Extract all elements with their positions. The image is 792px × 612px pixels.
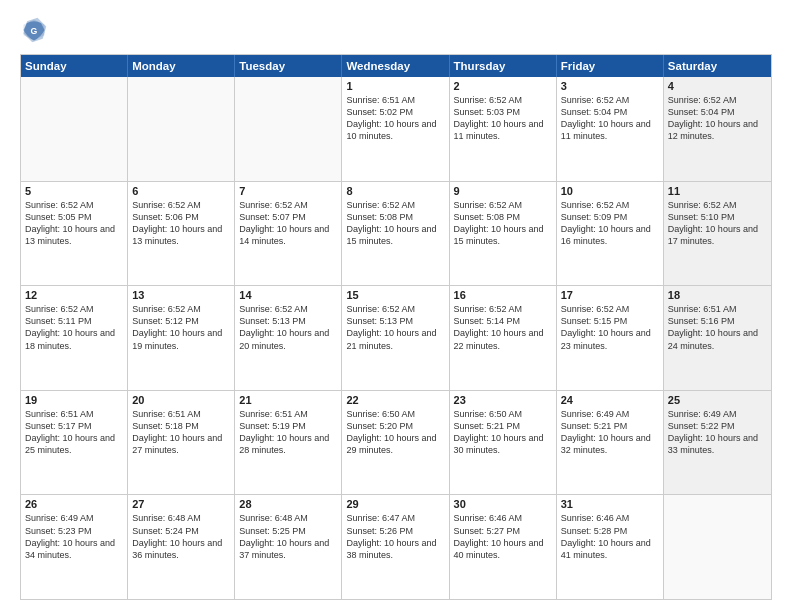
calendar-cell: 12Sunrise: 6:52 AMSunset: 5:11 PMDayligh… <box>21 286 128 390</box>
calendar-cell: 16Sunrise: 6:52 AMSunset: 5:14 PMDayligh… <box>450 286 557 390</box>
calendar-cell: 18Sunrise: 6:51 AMSunset: 5:16 PMDayligh… <box>664 286 771 390</box>
day-number: 10 <box>561 185 659 197</box>
day-number: 19 <box>25 394 123 406</box>
cell-details: Sunrise: 6:52 AMSunset: 5:13 PMDaylight:… <box>239 303 337 352</box>
calendar-cell: 9Sunrise: 6:52 AMSunset: 5:08 PMDaylight… <box>450 182 557 286</box>
calendar-header-cell: Thursday <box>450 55 557 77</box>
calendar-cell <box>235 77 342 181</box>
svg-text:G: G <box>31 26 38 36</box>
cell-details: Sunrise: 6:49 AMSunset: 5:21 PMDaylight:… <box>561 408 659 457</box>
day-number: 23 <box>454 394 552 406</box>
day-number: 31 <box>561 498 659 510</box>
day-number: 14 <box>239 289 337 301</box>
calendar-cell: 24Sunrise: 6:49 AMSunset: 5:21 PMDayligh… <box>557 391 664 495</box>
cell-details: Sunrise: 6:49 AMSunset: 5:22 PMDaylight:… <box>668 408 767 457</box>
day-number: 11 <box>668 185 767 197</box>
day-number: 3 <box>561 80 659 92</box>
day-number: 6 <box>132 185 230 197</box>
cell-details: Sunrise: 6:52 AMSunset: 5:08 PMDaylight:… <box>346 199 444 248</box>
calendar-cell: 8Sunrise: 6:52 AMSunset: 5:08 PMDaylight… <box>342 182 449 286</box>
calendar-cell: 23Sunrise: 6:50 AMSunset: 5:21 PMDayligh… <box>450 391 557 495</box>
day-number: 27 <box>132 498 230 510</box>
calendar-cell: 30Sunrise: 6:46 AMSunset: 5:27 PMDayligh… <box>450 495 557 599</box>
cell-details: Sunrise: 6:51 AMSunset: 5:02 PMDaylight:… <box>346 94 444 143</box>
day-number: 4 <box>668 80 767 92</box>
calendar-cell: 15Sunrise: 6:52 AMSunset: 5:13 PMDayligh… <box>342 286 449 390</box>
day-number: 20 <box>132 394 230 406</box>
calendar-cell: 29Sunrise: 6:47 AMSunset: 5:26 PMDayligh… <box>342 495 449 599</box>
calendar-cell: 4Sunrise: 6:52 AMSunset: 5:04 PMDaylight… <box>664 77 771 181</box>
cell-details: Sunrise: 6:52 AMSunset: 5:04 PMDaylight:… <box>668 94 767 143</box>
day-number: 12 <box>25 289 123 301</box>
calendar-cell: 21Sunrise: 6:51 AMSunset: 5:19 PMDayligh… <box>235 391 342 495</box>
cell-details: Sunrise: 6:51 AMSunset: 5:19 PMDaylight:… <box>239 408 337 457</box>
calendar-cell: 1Sunrise: 6:51 AMSunset: 5:02 PMDaylight… <box>342 77 449 181</box>
day-number: 8 <box>346 185 444 197</box>
cell-details: Sunrise: 6:46 AMSunset: 5:28 PMDaylight:… <box>561 512 659 561</box>
calendar-cell <box>664 495 771 599</box>
calendar-cell <box>128 77 235 181</box>
day-number: 1 <box>346 80 444 92</box>
day-number: 25 <box>668 394 767 406</box>
calendar-header-cell: Wednesday <box>342 55 449 77</box>
cell-details: Sunrise: 6:51 AMSunset: 5:17 PMDaylight:… <box>25 408 123 457</box>
calendar-cell: 14Sunrise: 6:52 AMSunset: 5:13 PMDayligh… <box>235 286 342 390</box>
cell-details: Sunrise: 6:52 AMSunset: 5:13 PMDaylight:… <box>346 303 444 352</box>
calendar-cell: 3Sunrise: 6:52 AMSunset: 5:04 PMDaylight… <box>557 77 664 181</box>
calendar-body: 1Sunrise: 6:51 AMSunset: 5:02 PMDaylight… <box>21 77 771 599</box>
calendar-cell: 17Sunrise: 6:52 AMSunset: 5:15 PMDayligh… <box>557 286 664 390</box>
cell-details: Sunrise: 6:48 AMSunset: 5:25 PMDaylight:… <box>239 512 337 561</box>
calendar-cell: 11Sunrise: 6:52 AMSunset: 5:10 PMDayligh… <box>664 182 771 286</box>
cell-details: Sunrise: 6:52 AMSunset: 5:15 PMDaylight:… <box>561 303 659 352</box>
calendar-week-row: 1Sunrise: 6:51 AMSunset: 5:02 PMDaylight… <box>21 77 771 182</box>
calendar-cell: 20Sunrise: 6:51 AMSunset: 5:18 PMDayligh… <box>128 391 235 495</box>
calendar-cell <box>21 77 128 181</box>
calendar-week-row: 26Sunrise: 6:49 AMSunset: 5:23 PMDayligh… <box>21 495 771 599</box>
calendar-cell: 6Sunrise: 6:52 AMSunset: 5:06 PMDaylight… <box>128 182 235 286</box>
day-number: 28 <box>239 498 337 510</box>
cell-details: Sunrise: 6:52 AMSunset: 5:07 PMDaylight:… <box>239 199 337 248</box>
calendar-week-row: 12Sunrise: 6:52 AMSunset: 5:11 PMDayligh… <box>21 286 771 391</box>
day-number: 16 <box>454 289 552 301</box>
day-number: 22 <box>346 394 444 406</box>
day-number: 26 <box>25 498 123 510</box>
calendar-header-cell: Monday <box>128 55 235 77</box>
day-number: 17 <box>561 289 659 301</box>
calendar-header-row: SundayMondayTuesdayWednesdayThursdayFrid… <box>21 55 771 77</box>
day-number: 18 <box>668 289 767 301</box>
page: G SundayMondayTuesdayWednesdayThursdayFr… <box>0 0 792 612</box>
cell-details: Sunrise: 6:46 AMSunset: 5:27 PMDaylight:… <box>454 512 552 561</box>
cell-details: Sunrise: 6:52 AMSunset: 5:03 PMDaylight:… <box>454 94 552 143</box>
cell-details: Sunrise: 6:48 AMSunset: 5:24 PMDaylight:… <box>132 512 230 561</box>
calendar-cell: 7Sunrise: 6:52 AMSunset: 5:07 PMDaylight… <box>235 182 342 286</box>
day-number: 5 <box>25 185 123 197</box>
day-number: 30 <box>454 498 552 510</box>
cell-details: Sunrise: 6:50 AMSunset: 5:20 PMDaylight:… <box>346 408 444 457</box>
calendar-cell: 19Sunrise: 6:51 AMSunset: 5:17 PMDayligh… <box>21 391 128 495</box>
logo: G <box>20 16 52 44</box>
cell-details: Sunrise: 6:52 AMSunset: 5:14 PMDaylight:… <box>454 303 552 352</box>
calendar-cell: 28Sunrise: 6:48 AMSunset: 5:25 PMDayligh… <box>235 495 342 599</box>
cell-details: Sunrise: 6:49 AMSunset: 5:23 PMDaylight:… <box>25 512 123 561</box>
calendar-cell: 31Sunrise: 6:46 AMSunset: 5:28 PMDayligh… <box>557 495 664 599</box>
day-number: 9 <box>454 185 552 197</box>
cell-details: Sunrise: 6:52 AMSunset: 5:10 PMDaylight:… <box>668 199 767 248</box>
day-number: 24 <box>561 394 659 406</box>
logo-icon: G <box>20 16 48 44</box>
day-number: 2 <box>454 80 552 92</box>
day-number: 13 <box>132 289 230 301</box>
cell-details: Sunrise: 6:52 AMSunset: 5:08 PMDaylight:… <box>454 199 552 248</box>
cell-details: Sunrise: 6:51 AMSunset: 5:16 PMDaylight:… <box>668 303 767 352</box>
calendar-cell: 2Sunrise: 6:52 AMSunset: 5:03 PMDaylight… <box>450 77 557 181</box>
day-number: 15 <box>346 289 444 301</box>
cell-details: Sunrise: 6:51 AMSunset: 5:18 PMDaylight:… <box>132 408 230 457</box>
calendar-cell: 5Sunrise: 6:52 AMSunset: 5:05 PMDaylight… <box>21 182 128 286</box>
cell-details: Sunrise: 6:47 AMSunset: 5:26 PMDaylight:… <box>346 512 444 561</box>
day-number: 29 <box>346 498 444 510</box>
calendar-week-row: 5Sunrise: 6:52 AMSunset: 5:05 PMDaylight… <box>21 182 771 287</box>
cell-details: Sunrise: 6:52 AMSunset: 5:05 PMDaylight:… <box>25 199 123 248</box>
calendar-header-cell: Tuesday <box>235 55 342 77</box>
cell-details: Sunrise: 6:52 AMSunset: 5:09 PMDaylight:… <box>561 199 659 248</box>
cell-details: Sunrise: 6:50 AMSunset: 5:21 PMDaylight:… <box>454 408 552 457</box>
cell-details: Sunrise: 6:52 AMSunset: 5:04 PMDaylight:… <box>561 94 659 143</box>
